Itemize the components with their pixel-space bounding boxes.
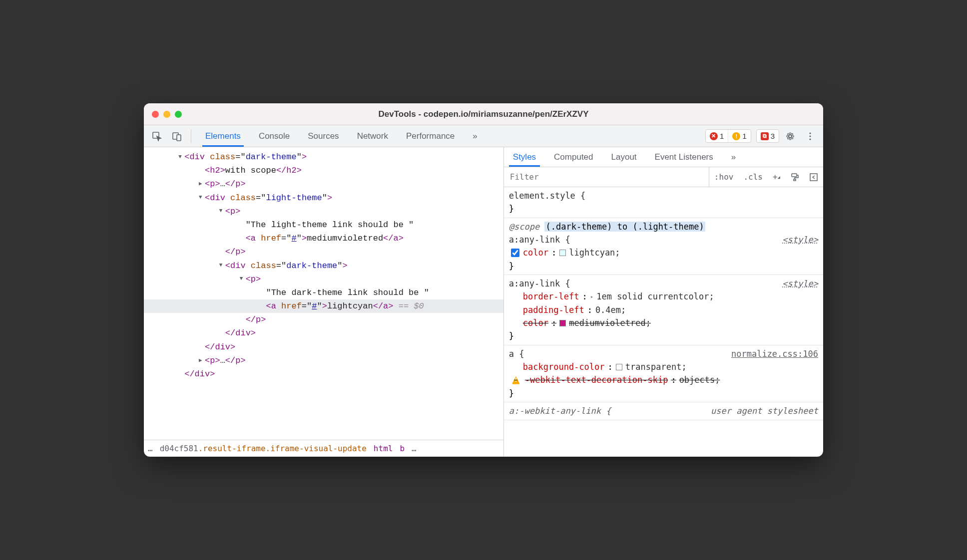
- tab-performance[interactable]: Performance: [397, 126, 464, 146]
- close-window-icon[interactable]: [152, 111, 159, 118]
- scope-selector-highlight: (.dark-theme) to (.light-theme): [544, 222, 705, 232]
- window-title: DevTools - codepen.io/miriamsuzanne/pen/…: [144, 109, 823, 119]
- errors-badge: ✕1: [706, 130, 728, 142]
- inspect-element-icon[interactable]: [148, 127, 166, 145]
- dom-node[interactable]: ▼<div class="dark-theme">: [144, 259, 503, 273]
- svg-rect-6: [792, 174, 797, 177]
- scope-rule[interactable]: @scope (.dark-theme) to (.light-theme) a…: [504, 218, 823, 275]
- computed-toggle-icon[interactable]: [804, 167, 823, 187]
- crumb-suffix: …: [412, 444, 417, 453]
- maximize-window-icon[interactable]: [175, 111, 182, 118]
- crumb-item[interactable]: html: [374, 444, 393, 453]
- styles-panel: Styles Computed Layout Event Listeners »…: [504, 147, 823, 457]
- kebab-menu-icon[interactable]: [801, 127, 819, 145]
- svg-rect-7: [794, 179, 796, 181]
- subtab-more[interactable]: »: [722, 148, 745, 166]
- panel-tabs: Elements Console Sources Network Perform…: [196, 126, 486, 146]
- dom-node[interactable]: <a href="#">lightcyan</a> == $0: [144, 299, 503, 313]
- css-property[interactable]: color: lightcyan;: [509, 246, 818, 259]
- dom-node[interactable]: </div>: [144, 367, 503, 381]
- crumb-prefix: …: [148, 444, 153, 453]
- minimize-window-icon[interactable]: [163, 111, 170, 118]
- devtools-window: DevTools - codepen.io/miriamsuzanne/pen/…: [144, 103, 823, 457]
- error-icon: ✕: [710, 132, 718, 140]
- dom-node[interactable]: ▼<p>: [144, 205, 503, 218]
- color-swatch-icon[interactable]: [616, 364, 622, 370]
- paint-icon[interactable]: [785, 167, 804, 187]
- elements-panel: ▼<div class="dark-theme"> <h2>with scope…: [144, 147, 504, 457]
- dom-node[interactable]: </div>: [144, 326, 503, 340]
- subtab-event-listeners[interactable]: Event Listeners: [646, 148, 722, 166]
- anylink-rule[interactable]: a:any-link { <style> border-left:▸ 1em s…: [504, 275, 823, 345]
- dom-node[interactable]: "The light-theme link should be ": [144, 218, 503, 232]
- svg-point-3: [809, 132, 811, 134]
- subtab-computed[interactable]: Computed: [545, 148, 602, 166]
- dom-node[interactable]: <a href="#">mediumvioletred</a>: [144, 232, 503, 245]
- breadcrumb[interactable]: … d04cf581.result-iframe.iframe-visual-u…: [144, 440, 503, 457]
- rule-origin: user agent stylesheet: [711, 404, 818, 417]
- dom-node[interactable]: <h2>with scope</h2>: [144, 164, 503, 177]
- tab-more[interactable]: »: [464, 126, 486, 146]
- a-rule[interactable]: a { normalize.css:106 background-color: …: [504, 345, 823, 402]
- titlebar: DevTools - codepen.io/miriamsuzanne/pen/…: [144, 103, 823, 125]
- device-toolbar-icon[interactable]: [168, 127, 186, 145]
- element-style-rule[interactable]: element.style { }: [504, 187, 823, 218]
- traffic-lights: [144, 111, 182, 118]
- settings-icon[interactable]: [781, 127, 799, 145]
- subtab-styles[interactable]: Styles: [504, 148, 545, 166]
- svg-rect-8: [810, 174, 817, 181]
- svg-point-4: [809, 135, 811, 137]
- filter-input[interactable]: [504, 167, 709, 187]
- dom-node[interactable]: "The dark-theme link should be ": [144, 286, 503, 299]
- css-property[interactable]: background-color: transparent;: [509, 360, 818, 373]
- main-toolbar: Elements Console Sources Network Perform…: [144, 125, 823, 147]
- css-property-overridden[interactable]: color: mediumvioletred;: [509, 316, 818, 329]
- rule-origin[interactable]: normalize.css:106: [731, 347, 818, 360]
- rule-origin[interactable]: <style>: [782, 277, 818, 290]
- warning-icon: !: [512, 376, 520, 384]
- subtab-layout[interactable]: Layout: [602, 148, 646, 166]
- main-content: ▼<div class="dark-theme"> <h2>with scope…: [144, 147, 823, 457]
- dom-node[interactable]: </p>: [144, 313, 503, 326]
- crumb-item[interactable]: b: [400, 444, 405, 453]
- dom-node[interactable]: ▶<p>…</p>: [144, 354, 503, 367]
- svg-point-5: [809, 138, 811, 140]
- crumb-item[interactable]: d04cf581.result-iframe.iframe-visual-upd…: [160, 444, 367, 453]
- property-toggle[interactable]: [511, 249, 519, 257]
- filter-bar: :hov .cls +◢: [504, 167, 823, 187]
- rule-origin[interactable]: <style>: [782, 233, 818, 246]
- dom-node[interactable]: ▼<p>: [144, 273, 503, 286]
- dom-node[interactable]: ▼<div class="dark-theme">: [144, 150, 503, 164]
- css-property-invalid[interactable]: ! -webkit-text-decoration-skip: objects;: [509, 373, 818, 386]
- issue-badges[interactable]: ✕1 !1: [705, 129, 751, 143]
- tab-sources[interactable]: Sources: [299, 126, 348, 146]
- tab-elements[interactable]: Elements: [196, 126, 250, 146]
- styles-list[interactable]: element.style { } @scope (.dark-theme) t…: [504, 187, 823, 457]
- dom-node[interactable]: ▶<p>…</p>: [144, 177, 503, 191]
- cls-button[interactable]: .cls: [738, 167, 768, 187]
- dom-node[interactable]: ▼<div class="light-theme">: [144, 191, 503, 205]
- messages-badge[interactable]: ⧉3: [756, 129, 779, 143]
- new-style-button[interactable]: +◢: [768, 167, 785, 187]
- dom-node[interactable]: </p>: [144, 245, 503, 259]
- warning-icon: !: [732, 132, 740, 140]
- ua-rule[interactable]: a:-webkit-any-link { user agent styleshe…: [504, 402, 823, 420]
- tab-console[interactable]: Console: [250, 126, 299, 146]
- hov-button[interactable]: :hov: [709, 167, 739, 187]
- dom-tree[interactable]: ▼<div class="dark-theme"> <h2>with scope…: [144, 147, 503, 440]
- css-property[interactable]: padding-left: 0.4em;: [509, 303, 818, 316]
- svg-rect-2: [177, 135, 181, 141]
- message-icon: ⧉: [761, 132, 769, 140]
- warnings-badge: !1: [728, 130, 750, 142]
- dom-node[interactable]: </div>: [144, 340, 503, 354]
- css-property[interactable]: border-left:▸ 1em solid currentcolor;: [509, 290, 818, 303]
- color-swatch-icon[interactable]: [559, 320, 566, 326]
- styles-subtabs: Styles Computed Layout Event Listeners »: [504, 147, 823, 167]
- tab-network[interactable]: Network: [348, 126, 397, 146]
- separator: [191, 129, 191, 143]
- color-swatch-icon[interactable]: [559, 250, 566, 256]
